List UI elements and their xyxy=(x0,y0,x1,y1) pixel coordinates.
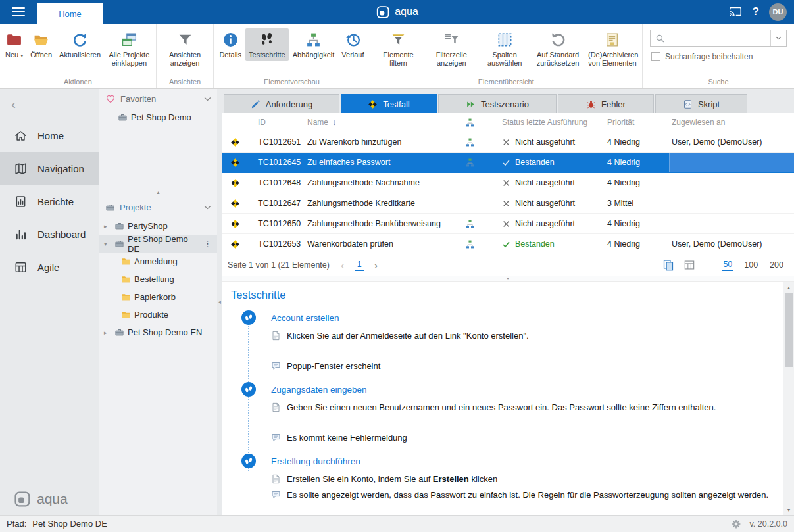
table-row[interactable]: TC1012648 Zahlungsmethode Nachnahme Nich… xyxy=(222,173,794,193)
teststep-icon xyxy=(241,310,257,326)
next-page-button[interactable]: › xyxy=(374,260,378,271)
tab-home[interactable]: Home xyxy=(37,3,103,24)
tab-fehler[interactable]: Fehler xyxy=(558,94,654,113)
tree-folder-bestellung[interactable]: Bestellung xyxy=(99,270,217,288)
collapse-icon[interactable]: ▾ xyxy=(104,241,111,247)
column-prioritaet[interactable]: Priorität xyxy=(597,113,669,132)
tab-testszenario[interactable]: Testszenario xyxy=(438,94,557,113)
favorites-collapse-handle[interactable]: ▴ xyxy=(99,187,217,197)
archivieren-button[interactable]: (De)Archivieren von Elementen xyxy=(585,28,640,70)
column-name[interactable]: Name↓ xyxy=(307,113,455,132)
expand-icon[interactable]: ▸ xyxy=(104,223,111,230)
path-value: Pet Shop Demo DE xyxy=(32,519,107,529)
neu-button[interactable]: Neu ▾ xyxy=(2,28,26,61)
aktualisieren-button[interactable]: Aktualisieren xyxy=(56,28,104,61)
scroll-down-icon[interactable]: ▾ xyxy=(783,504,794,515)
details-button[interactable]: Details xyxy=(216,28,245,61)
tree-item-pet-shop-demo-de[interactable]: ▾ Pet Shop Demo DE ⋮ xyxy=(99,235,217,253)
column-id[interactable]: ID xyxy=(258,113,307,132)
teststep-icon xyxy=(241,381,257,397)
elemente-filtern-button[interactable]: Elemente filtern xyxy=(372,28,425,70)
cast-icon[interactable] xyxy=(728,5,743,19)
version-label: v. 20.2.0.0 xyxy=(750,520,787,529)
item-menu-icon[interactable]: ⋮ xyxy=(201,239,214,249)
dependency-icon xyxy=(465,219,475,229)
table-row[interactable]: TC1012653 Warenkorbdaten prüfen Bestande… xyxy=(222,234,794,254)
tree-folder-papierkorb[interactable]: Papierkorb xyxy=(99,288,217,306)
report-icon xyxy=(14,195,28,208)
step-name-link[interactable]: Account erstellen xyxy=(271,310,774,326)
filterzeile-anzeigen-button[interactable]: Filterzeile anzeigen xyxy=(425,28,478,70)
expand-icon[interactable]: ▸ xyxy=(104,329,111,336)
step-name-link[interactable]: Zugangsdaten eingeben xyxy=(271,382,774,397)
table-row[interactable]: TC1012651 Zu Warenkorb hinzufügen Nicht … xyxy=(222,132,794,153)
row-prioritaet: 4 Niedrig xyxy=(597,153,669,172)
column-zugewiesen[interactable]: Zugewiesen an xyxy=(669,113,794,132)
page-size-50[interactable]: 50 xyxy=(722,259,733,271)
hamburger-menu-icon[interactable] xyxy=(0,0,37,24)
spalten-auswaehlen-button[interactable]: Spalten auswählen xyxy=(478,28,531,70)
page-size-200[interactable]: 200 xyxy=(768,260,785,270)
table-row-selected[interactable]: TC1012645 Zu einfaches Passwort Bestande… xyxy=(222,153,794,173)
row-status: Bestanden xyxy=(485,153,597,172)
chevron-down-icon xyxy=(204,205,211,210)
ansichten-anzeigen-button[interactable]: Ansichten anzeigen xyxy=(159,28,212,70)
table-row[interactable]: TC1012650 Zahlungsmethode Banküberweisun… xyxy=(222,214,794,234)
tree-folder-produkte[interactable]: Produkte xyxy=(99,306,217,324)
teststep: Zugangsdaten eingeben Geben Sie einen ne… xyxy=(271,382,774,443)
testschritte-button[interactable]: Testschritte xyxy=(245,28,289,61)
sidebar-item-home[interactable]: Home xyxy=(0,119,99,152)
tab-skript[interactable]: Skript xyxy=(655,94,747,113)
search-icon xyxy=(655,34,665,43)
tree-item-partyshop[interactable]: ▸ PartyShop xyxy=(99,217,217,235)
search-dropdown-button[interactable] xyxy=(770,30,786,46)
prev-page-button[interactable]: ‹ xyxy=(341,260,345,271)
page-size-100[interactable]: 100 xyxy=(743,260,759,270)
column-status[interactable]: Status letzte Ausführung xyxy=(485,113,597,132)
column-dependencies[interactable] xyxy=(455,113,485,132)
step-name-link[interactable]: Erstellung durchführen xyxy=(271,454,774,469)
grid-view-icon[interactable] xyxy=(683,259,695,271)
current-page[interactable]: 1 xyxy=(355,259,364,271)
user-avatar[interactable]: DU xyxy=(769,3,787,21)
tab-testfall[interactable]: Testfall xyxy=(341,94,437,113)
copy-pages-icon[interactable] xyxy=(662,259,674,271)
projects-header[interactable]: Projekte xyxy=(99,197,217,217)
verlauf-button[interactable]: Verlauf xyxy=(338,28,367,61)
scroll-up-icon[interactable]: ▴ xyxy=(783,282,794,293)
table-row[interactable]: TC1012647 Zahlungsmethode Kreditkarte Ni… xyxy=(222,193,794,214)
sidebar-item-berichte[interactable]: Berichte xyxy=(0,185,99,218)
favorite-item-pet-shop-demo[interactable]: Pet Shop Demo xyxy=(99,109,217,126)
folder-icon xyxy=(121,256,131,266)
sidebar-collapse-button[interactable]: ‹ xyxy=(0,89,99,119)
collapse-down-icon: ▾ xyxy=(507,276,509,281)
board-grid-icon xyxy=(14,260,28,274)
teststep: Account erstellen Klicken Sie auf der An… xyxy=(271,310,774,372)
instruction-doc-icon xyxy=(271,331,281,341)
sidebar-item-navigation[interactable]: Navigation xyxy=(0,152,99,185)
vertical-scrollbar[interactable]: ▴ ▾ xyxy=(783,282,794,515)
sidebar-item-dashboard[interactable]: Dashboard xyxy=(0,218,99,251)
auf-standard-zuruecksetzen-button[interactable]: Auf Standard zurücksetzen xyxy=(532,28,584,70)
tree-folder-anmeldung[interactable]: Anmeldung xyxy=(99,253,217,270)
abhaengigkeit-button[interactable]: Abhängigkeit xyxy=(289,28,338,61)
tab-anforderung[interactable]: Anforderung xyxy=(224,94,339,113)
oeffnen-button[interactable]: Öffnen xyxy=(27,28,55,61)
sidebar-item-agile[interactable]: Agile xyxy=(0,251,99,283)
step-expected-result: Es kommt keine Fehlermeldung xyxy=(271,432,774,444)
ribbon: Neu ▾ Öffnen Aktualisieren Alle Projekte… xyxy=(0,24,794,89)
row-zugewiesen xyxy=(669,153,794,172)
tree-item-pet-shop-demo-en[interactable]: ▸ Pet Shop Demo EN xyxy=(99,324,217,341)
favorites-header[interactable]: Favoriten xyxy=(99,89,217,109)
alle-projekte-einklappen-button[interactable]: Alle Projekte einklappen xyxy=(105,28,154,70)
panel-splitter[interactable]: ◂ xyxy=(217,89,222,515)
dependency-icon xyxy=(305,32,322,48)
scrollbar-thumb[interactable] xyxy=(785,293,793,367)
bar-chart-icon xyxy=(14,228,28,241)
help-icon[interactable]: ? xyxy=(753,5,759,18)
sidebar-item-label: Agile xyxy=(37,262,59,273)
preview-collapse-handle[interactable]: ▾ xyxy=(222,276,794,282)
search-input[interactable] xyxy=(668,31,770,45)
keep-search-checkbox[interactable] xyxy=(651,52,660,61)
gear-icon[interactable] xyxy=(731,519,741,529)
